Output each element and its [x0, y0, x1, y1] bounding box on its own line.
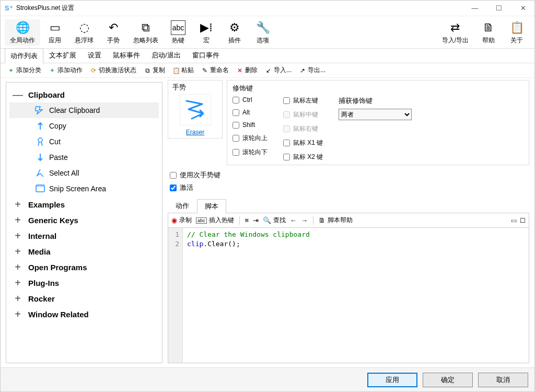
toolbar-import-export[interactable]: ⇄ 导入/导出 — [437, 19, 474, 46]
mod-alt[interactable]: Alt — [232, 109, 268, 116]
apply-button[interactable]: 应用 — [367, 373, 417, 387]
close-button[interactable]: ✕ — [516, 3, 530, 14]
toolbar-gestures[interactable]: ↶ 手势 — [100, 19, 127, 46]
gesture-preview[interactable] — [180, 94, 211, 125]
toolbar-macros[interactable]: ▶⁞ 宏 — [193, 19, 220, 46]
ok-button[interactable]: 确定 — [423, 373, 473, 387]
tree-category-open-programs[interactable]: +Open Programs — [9, 259, 159, 275]
mod-ctrl[interactable]: Ctrl — [232, 96, 268, 103]
copy-button[interactable]: ⧉复制 — [141, 65, 168, 76]
line-gutter: 1 2 — [168, 228, 183, 363]
globe-icon: 🌐 — [15, 20, 30, 35]
tree-item-select-all[interactable]: Select All — [9, 165, 159, 181]
hotkey-icon: abc — [171, 20, 185, 35]
toolbar-applications[interactable]: ▭ 应用 — [41, 19, 68, 46]
record-button[interactable]: ◉录制 — [171, 216, 192, 225]
tree-item-copy[interactable]: Copy — [9, 118, 159, 134]
arrow-down-icon — [34, 153, 46, 162]
eraser-icon — [34, 106, 46, 115]
add-action-button[interactable]: ✦添加动作 — [46, 65, 85, 76]
tab-settings[interactable]: 设置 — [82, 48, 107, 63]
find-button[interactable]: 🔍查找 — [263, 216, 286, 225]
title-bar: S⁺ StrokesPlus.net 设置 — ☐ ✕ — [1, 1, 534, 16]
maximize-button[interactable]: ☐ — [492, 3, 506, 14]
tree-category-plugins[interactable]: +Plug-Ins — [9, 275, 159, 291]
tab-window-events[interactable]: 窗口事件 — [187, 48, 225, 63]
expand-icon: + — [11, 308, 24, 320]
expand-icon: + — [11, 246, 24, 258]
outdent-button[interactable]: ⇥ — [253, 216, 259, 224]
mod-shift[interactable]: Shift — [232, 121, 268, 129]
expand-icon: + — [11, 293, 24, 305]
expand-icon: + — [11, 214, 24, 226]
toolbar-options[interactable]: 🔧 选项 — [249, 19, 276, 46]
paste-button[interactable]: 📋粘贴 — [170, 65, 196, 76]
import-button[interactable]: ↙导入... — [262, 65, 294, 76]
toolbar-ignore-list[interactable]: ⧉ 忽略列表 — [128, 19, 164, 46]
toolbar-floater[interactable]: ◌ 悬浮球 — [69, 19, 99, 46]
mod-wheel-up[interactable]: 滚轮向上 — [232, 134, 268, 143]
selectall-icon — [34, 168, 46, 178]
expand-icon: + — [11, 230, 24, 242]
tree-item-snip[interactable]: Snip Screen Area — [9, 181, 159, 197]
active-checkbox[interactable]: 激活 — [170, 183, 529, 192]
action-tree[interactable]: —Clipboard Clear Clipboard Copy Cut Past… — [6, 82, 162, 363]
indent-button[interactable]: ≡ — [245, 216, 249, 224]
toolbar-hotkeys[interactable]: abc 热键 — [165, 19, 192, 46]
tree-category-clipboard[interactable]: —Clipboard — [9, 87, 159, 102]
gesture-name-link[interactable]: Eraser — [170, 129, 220, 136]
use-secondary-checkbox[interactable]: 使用次手势键 — [170, 170, 529, 180]
tab-action[interactable]: 动作 — [168, 199, 197, 213]
toolbar-plugins[interactable]: ⚙ 插件 — [221, 19, 248, 46]
mod-wheel-down[interactable]: 滚轮向下 — [232, 148, 268, 157]
modifier-title: 修饰键 — [232, 84, 524, 93]
script-help-button[interactable]: 🗎脚本帮助 — [319, 216, 353, 225]
tab-action-list[interactable]: 动作列表 — [5, 48, 43, 63]
tree-category-window-related[interactable]: +Window Related — [9, 306, 159, 322]
help-icon: 🗎 — [481, 20, 496, 35]
svg-rect-2 — [36, 185, 44, 187]
wrench-icon: 🔧 — [255, 20, 270, 35]
mod-left-button[interactable]: 鼠标左键 — [283, 96, 323, 105]
toolbar-global-actions[interactable]: 🌐 全局动作 — [5, 19, 40, 46]
prev-button[interactable]: ← — [290, 216, 297, 224]
toggle-active-button[interactable]: ⟳切换激活状态 — [87, 65, 139, 76]
tree-category-generic-keys[interactable]: +Generic Keys — [9, 212, 159, 228]
dialog-footer: 应用 确定 取消 — [1, 367, 534, 391]
expand-icon: + — [11, 277, 24, 289]
tree-category-media[interactable]: +Media — [9, 244, 159, 259]
code-editor[interactable]: 1 2 // Clear the Windows clipboard clip.… — [168, 228, 529, 363]
next-button[interactable]: → — [301, 216, 308, 224]
minimize-button[interactable]: — — [468, 3, 482, 14]
toolbar-help[interactable]: 🗎 帮助 — [475, 19, 502, 46]
plugin-icon: ⚙ — [227, 20, 242, 35]
tree-category-examples[interactable]: +Examples — [9, 197, 159, 212]
mod-x1-button[interactable]: 鼠标 X1 键 — [283, 139, 323, 147]
restore-down-button[interactable]: ▭ — [511, 217, 517, 224]
tab-script[interactable]: 脚本 — [197, 199, 226, 213]
script-tabs: 动作 脚本 — [168, 199, 529, 213]
collapse-icon: — — [11, 89, 24, 101]
tree-item-cut[interactable]: Cut — [9, 134, 159, 149]
mod-x2-button[interactable]: 鼠标 X2 键 — [283, 153, 323, 162]
add-category-button[interactable]: ✦添加分类 — [5, 65, 44, 76]
tree-category-internal[interactable]: +Internal — [9, 228, 159, 244]
cut-icon — [34, 137, 46, 146]
tree-item-paste[interactable]: Paste — [9, 149, 159, 165]
capture-select[interactable]: 两者 — [339, 109, 412, 120]
maximize-editor-button[interactable]: ☐ — [520, 217, 526, 224]
expand-icon: + — [11, 261, 24, 273]
expand-icon: + — [11, 199, 24, 211]
tab-load-unload[interactable]: 启动/退出 — [146, 48, 187, 63]
app-icon: S⁺ — [5, 4, 13, 13]
delete-button[interactable]: ✕删除 — [234, 65, 260, 76]
insert-hotkey-button[interactable]: abc插入热键 — [196, 216, 234, 225]
cancel-button[interactable]: 取消 — [478, 373, 528, 387]
toolbar-about[interactable]: 📋 关于 — [503, 19, 530, 46]
tab-mouse-events[interactable]: 鼠标事件 — [107, 48, 146, 63]
export-button[interactable]: ↗导出... — [296, 65, 328, 76]
rename-button[interactable]: ✎重命名 — [199, 65, 231, 76]
tree-item-clear-clipboard[interactable]: Clear Clipboard — [9, 102, 159, 118]
tree-category-rocker[interactable]: +Rocker — [9, 291, 159, 306]
tab-text-expansion[interactable]: 文本扩展 — [43, 48, 82, 63]
